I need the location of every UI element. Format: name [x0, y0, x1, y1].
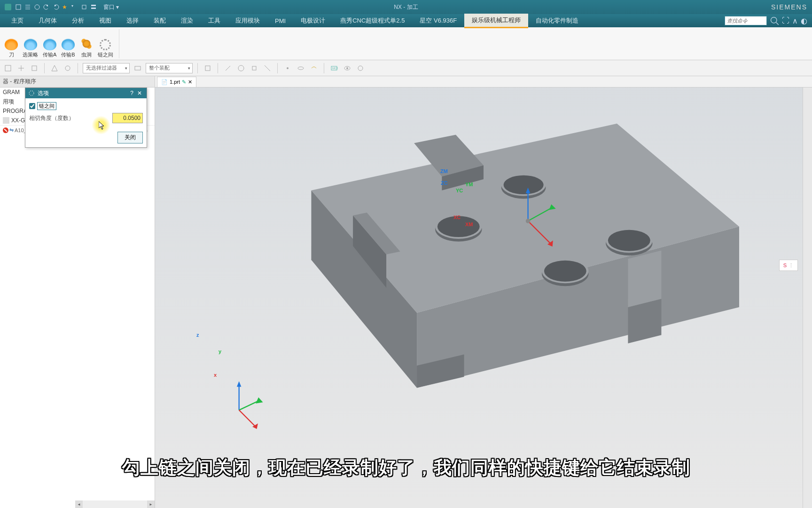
svg-point-21: [346, 67, 348, 69]
menu-pmi[interactable]: PMI: [267, 15, 293, 27]
svg-point-16: [287, 67, 289, 69]
scroll-left-icon[interactable]: ◄: [75, 500, 83, 508]
selection-toolbar: 无选择过滤器 整个装配 MCS: [0, 60, 812, 76]
ribbon-btn-transfer-b[interactable]: 传输B: [61, 37, 75, 58]
quick-access-toolbar: ★ ▾ 窗口 ▾: [0, 3, 126, 11]
ribbon-btn-strategy[interactable]: 选策略: [23, 37, 38, 58]
menu-assembly[interactable]: 装配: [146, 14, 173, 27]
tb-btn-12[interactable]: [282, 63, 293, 73]
tb-btn-17[interactable]: [355, 63, 366, 73]
graphics-viewport[interactable]: 📄 1.prt ✎ ✕: [155, 76, 812, 508]
tb-btn-9[interactable]: [236, 63, 246, 73]
svg-point-22: [358, 66, 363, 71]
tb-btn-14[interactable]: [309, 63, 319, 73]
svg-rect-1: [16, 5, 21, 9]
menu-view[interactable]: 视图: [92, 14, 119, 27]
error-icon: [3, 127, 8, 133]
tb-btn-11[interactable]: [262, 63, 273, 73]
qa-btn-1[interactable]: [15, 4, 22, 10]
menu-engineer[interactable]: 娱乐级机械工程师: [464, 14, 528, 28]
menu-bar: 主页 几何体 分析 视图 选择 装配 渲染 工具 应用模块 PMI 电极设计 燕…: [0, 14, 812, 27]
window-menu[interactable]: 窗口 ▾: [101, 3, 122, 11]
vp-s-button[interactable]: S⋮: [779, 260, 798, 271]
tab-close-icon[interactable]: ✕: [188, 79, 192, 85]
ribbon-btn-transfer-a[interactable]: 传输A: [43, 37, 56, 58]
part-icon: 📄: [161, 79, 168, 85]
dialog-help-icon[interactable]: ?: [128, 90, 135, 96]
ribbon-btn-wormhole[interactable]: 虫洞: [80, 37, 93, 58]
menu-render[interactable]: 渲染: [173, 14, 201, 27]
svg-point-40: [544, 261, 586, 282]
ribbon-btn-chain[interactable]: 链之间: [98, 39, 113, 58]
fullscreen-icon[interactable]: ⛶: [782, 16, 789, 25]
menu-geometry[interactable]: 几何体: [31, 14, 64, 27]
svg-point-17: [298, 67, 304, 70]
undo-icon[interactable]: [43, 4, 50, 10]
search-icon[interactable]: [770, 16, 779, 25]
tb-btn-7[interactable]: [203, 63, 213, 73]
chain-between-label: 链之间: [37, 102, 56, 110]
ribbon-label: 选策略: [23, 51, 38, 58]
command-search-area: ⛶ ∧ ◐: [725, 16, 807, 25]
svg-rect-8: [5, 65, 11, 71]
menu-app-module[interactable]: 应用模块: [228, 14, 267, 27]
qa-btn-4[interactable]: [81, 4, 87, 10]
qa-btn-2[interactable]: [24, 4, 31, 10]
flame-blue-icon: [24, 37, 37, 50]
tb-btn-16[interactable]: [342, 63, 352, 73]
menu-electrode[interactable]: 电极设计: [293, 14, 333, 27]
navigator-body: 选项 ? ✕ 链之间 相切角度（度数） 关闭: [0, 87, 155, 508]
tb-btn-8[interactable]: [223, 63, 233, 73]
flame-orange-icon: [5, 37, 18, 50]
dialog-close-icon[interactable]: ✕: [135, 90, 144, 96]
dialog-titlebar[interactable]: 选项 ? ✕: [25, 88, 147, 98]
tb-btn-13[interactable]: [296, 63, 306, 73]
star-icon[interactable]: ★: [62, 4, 69, 10]
viewport-canvas[interactable]: ZM ZC YM YC XC XM z y x: [155, 87, 812, 508]
filter-combo-2[interactable]: 整个装配: [146, 63, 193, 73]
horizontal-scrollbar[interactable]: ◄ ►: [75, 500, 155, 508]
tangent-angle-input[interactable]: [112, 113, 143, 123]
tb-btn-3[interactable]: [29, 63, 39, 73]
tb-btn-1[interactable]: [3, 63, 13, 73]
ribbon-label: 传输A: [43, 51, 56, 58]
filter-combo-1[interactable]: 无选择过滤器: [83, 63, 130, 73]
app-icon: [5, 4, 11, 10]
viewport-tabs: 📄 1.prt ✎ ✕: [155, 76, 812, 87]
svg-point-52: [526, 219, 530, 223]
svg-marker-10: [52, 65, 57, 71]
chain-between-checkbox[interactable]: [29, 103, 35, 109]
menu-home[interactable]: 主页: [4, 14, 31, 27]
qa-btn-3[interactable]: [34, 4, 40, 10]
gear-icon: [100, 39, 111, 50]
dialog-close-button[interactable]: 关闭: [117, 132, 143, 143]
qa-btn-5[interactable]: [90, 4, 97, 10]
part-render: [155, 87, 812, 508]
scroll-right-icon[interactable]: ►: [147, 500, 155, 508]
collapse-icon[interactable]: ∧: [792, 16, 798, 25]
menu-analysis[interactable]: 分析: [64, 14, 92, 27]
menu-xingkong[interactable]: 星空 V6.936F: [412, 14, 464, 27]
svg-marker-54: [237, 381, 241, 387]
tb-btn-10[interactable]: [249, 63, 259, 73]
svg-point-11: [65, 66, 70, 71]
redo-icon[interactable]: [53, 4, 59, 10]
menu-tools[interactable]: 工具: [201, 14, 228, 27]
tb-btn-5[interactable]: [62, 63, 73, 73]
tb-btn-15[interactable]: MCS: [329, 63, 339, 73]
menu-select[interactable]: 选择: [119, 14, 146, 27]
viewport-dock[interactable]: [803, 87, 812, 508]
dropdown-icon[interactable]: ▾: [71, 4, 78, 10]
command-search-input[interactable]: [725, 16, 767, 25]
tb-btn-2[interactable]: [16, 63, 26, 73]
title-bar: ★ ▾ 窗口 ▾ NX - 加工 SIEMENS: [0, 0, 812, 14]
tb-btn-4[interactable]: [49, 63, 60, 73]
viewport-tab-1[interactable]: 📄 1.prt ✎ ✕: [157, 77, 196, 87]
menu-cnc[interactable]: 燕秀CNC超级程式单2.5: [333, 14, 412, 27]
svg-text:MCS: MCS: [332, 67, 338, 70]
tb-btn-6[interactable]: [133, 63, 143, 73]
tab-modified-icon: ✎: [182, 79, 186, 85]
ribbon-btn-knife[interactable]: 刀: [5, 37, 18, 58]
menu-auto-part[interactable]: 自动化零件制造: [528, 14, 586, 27]
help-icon[interactable]: ◐: [801, 16, 807, 25]
